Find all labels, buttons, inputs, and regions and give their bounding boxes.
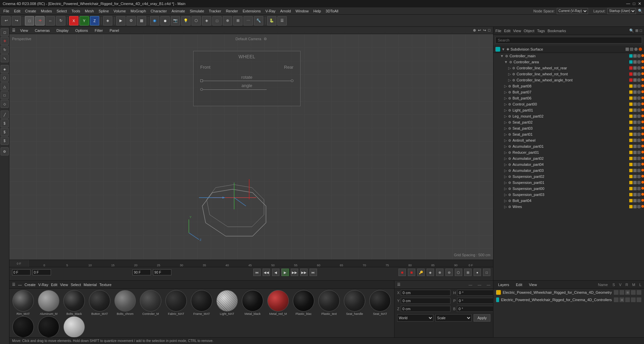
lc-v[interactable]: ⊞ [620,297,624,302]
record-stop-btn[interactable]: ⏹ [408,269,415,276]
tree-item-controller-area[interactable]: ▼ ⚙ Controller_area [493,59,644,65]
lg-v[interactable] [620,290,624,295]
align-btn[interactable]: ⊞ [233,16,243,25]
mat-seat-handle[interactable]: Seat_handle [342,290,367,316]
node-space-select[interactable]: Current (V-Ray) [557,8,588,14]
menu-arnold[interactable]: Arnold [278,8,293,14]
search-icon[interactable]: 🔍 [638,9,643,13]
object-mode-btn[interactable]: ◈ [103,16,112,25]
mode10-btn[interactable]: ⚙ [1,147,9,155]
tree-item-bolt-part06[interactable]: ▷ ⚙ Bolt_part06 [493,95,644,101]
mat-chrome[interactable]: Chrome_Mi [62,316,87,337]
menu-tools[interactable]: Tools [69,8,82,14]
mode5-btn[interactable]: ◇ [1,100,9,108]
display-menu[interactable]: Display [54,28,70,33]
lg-l[interactable] [637,290,641,295]
prev-frame-btn[interactable]: ◀◀ [263,269,270,276]
mat-controller[interactable]: Controler_M [138,290,163,316]
mat-vray[interactable]: V-Ray [38,283,48,287]
search-icon[interactable]: 🔍 [629,28,634,33]
goto-start-btn[interactable]: ⏮ [253,269,261,276]
mat-plastic-text[interactable]: Plastic_text [317,290,341,316]
tree-item-controller-main[interactable]: ▼ ⚙ Controller_main [493,53,644,59]
options-menu[interactable]: Options [73,28,90,33]
mat-aluminum[interactable]: Aluminum_M [36,290,61,316]
menu-modes[interactable]: Modes [39,8,54,14]
move-tool-btn[interactable]: ✛ [1,37,9,45]
scene-search-input[interactable] [495,37,642,44]
mat-tire[interactable]: Tire_MAT [11,316,36,337]
tree-item-light-part01[interactable]: ▷ ⚙ Light_part01 [493,107,644,113]
mat-seat[interactable]: Seat_MAT [368,290,392,316]
mode1-btn[interactable]: ◈ [1,65,9,73]
y-value-input[interactable] [401,298,450,304]
tree-item-susp-part00[interactable]: ▷ ⚙ Suspension_part00 [493,186,644,192]
tree-item-ctrl-wheel-angle-front[interactable]: ▷ ⚙ Controller_line_wheel_angle_front [493,77,644,83]
scale-tool-btn[interactable]: ⤡ [1,54,9,62]
mat-fabric[interactable]: Fabric_MAT [164,290,189,316]
scale-btn[interactable]: ↔ [46,16,55,25]
layer-controllers[interactable]: Electric_Powered_Wheelchair_Rigged_for_C… [493,296,644,303]
close-btn[interactable]: ✕ [638,1,641,6]
scene-icon3[interactable]: □ [640,28,642,33]
move-btn[interactable]: ✛ [35,16,45,25]
snap-btn[interactable]: 🔧 [254,16,263,25]
coords-hamburger[interactable]: ☰ [397,282,400,287]
ctrl-circle-right[interactable] [291,79,293,82]
menu-file[interactable]: File [1,8,11,14]
viewport-full-btn[interactable]: □ [483,269,490,276]
tree-item-reducer-part01[interactable]: ▷ ⚙ Reducer_part01 [493,149,644,155]
mat-metal-black[interactable]: Metal_black [240,290,265,316]
extra-btn[interactable]: ☰ [277,16,287,25]
viewport-main[interactable]: Perspective Default Camera ⚙ WHEEL Front… [9,34,493,260]
camera-btn[interactable]: 📷 [171,16,180,25]
mode3-btn[interactable]: △ [1,82,9,90]
panel-menu[interactable]: Panel [108,28,121,33]
viewport-icon1[interactable]: ⊕ [473,28,476,32]
viewport-icon3[interactable]: ↪ [483,28,486,32]
deformer-btn[interactable]: ◈ [202,16,211,25]
subdiv-expand[interactable]: ▼ [501,47,505,51]
mat-button[interactable]: Button_MAT [87,290,112,316]
mat-wires[interactable]: Wires_MAT [36,316,61,337]
layer-geometry[interactable]: Electric_Powered_Wheelchair_Rigged_for_C… [493,289,644,296]
lc-l[interactable] [637,297,641,302]
scene-menu-file[interactable]: File [495,29,501,33]
set-key-btn[interactable]: ⊕ [436,269,443,276]
mode9-btn[interactable]: $ [1,137,9,145]
mat-hamburger[interactable]: ☰ [12,282,15,287]
del-key-btn[interactable]: ⊖ [445,269,453,276]
play-btn[interactable]: ▶ [281,269,289,276]
mode2-btn[interactable]: ⬡ [1,74,9,82]
mat-rim[interactable]: Rim_MAT [11,290,36,316]
scene-menu-edit[interactable]: Edit [504,29,511,33]
menu-extensions[interactable]: Extensions [240,8,263,14]
python-btn[interactable]: 🐍 [267,16,276,25]
render-btn[interactable]: ▦ [137,16,146,25]
light-btn[interactable]: 💡 [181,16,191,25]
floor-btn[interactable]: □ [212,16,222,25]
redo-btn[interactable]: ↪ [12,16,21,25]
tree-item-bolt-part07[interactable]: ▷ ⚙ Bolt_part07 [493,89,644,95]
tree-item-susp-part01[interactable]: ▷ ⚙ Suspension_part01 [493,180,644,186]
menu-spline[interactable]: Spline [97,8,111,14]
mode4-btn[interactable]: □ [1,91,9,99]
menu-vray[interactable]: V-Ray [263,8,277,14]
mat-frame[interactable]: Frame_MAT [189,290,214,316]
layers-tab[interactable]: Layers [496,282,511,287]
menu-render[interactable]: Render [224,8,240,14]
undo-btn[interactable]: ↩ [1,16,11,25]
world-select[interactable]: World Object Camera [397,314,433,322]
menu-3dtoall[interactable]: 3DToAll [324,8,340,14]
scene-menu-view[interactable]: View [513,29,521,33]
x-value-input[interactable] [401,290,450,296]
menu-volume[interactable]: Volume [112,8,128,14]
viewport-solo-btn[interactable]: ● [474,269,481,276]
viewport-icon4[interactable]: □ [488,28,490,32]
material-btn[interactable]: ⬡ [192,16,201,25]
tree-item-bolt-part04[interactable]: ▷ ⚙ Bolt_part04 [493,198,644,204]
titlebar-controls[interactable]: — □ ✕ [626,1,641,6]
mat-metal-red[interactable]: Metal_red_M [266,290,290,316]
keyframe-btn[interactable]: ◈ [427,269,434,276]
motion-clip-btn[interactable]: ⬡ [455,269,462,276]
